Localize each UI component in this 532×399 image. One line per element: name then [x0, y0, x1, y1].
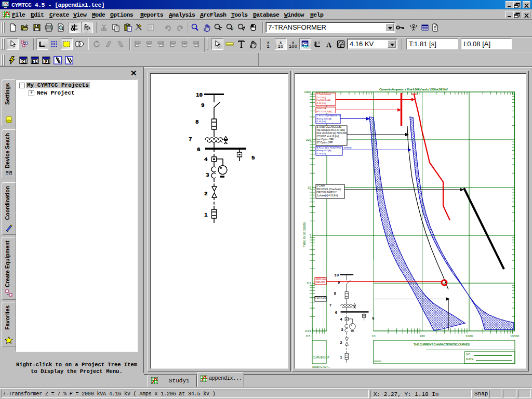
svg-text:Rating:40K [A]: Rating:40K [A] — [317, 117, 331, 120]
svg-text:3-Relay GEC MCGG81: 3-Relay GEC MCGG81 — [317, 126, 342, 128]
svg-text:Rating:10T [A]: Rating:10T [A] — [317, 149, 331, 152]
svg-text:C: C — [22, 60, 25, 64]
svg-text:2000 kVA: 2000 kVA — [316, 278, 327, 281]
svg-text:4.16 [kV]: 4.16 [kV] — [317, 120, 326, 123]
svg-text:1-Fuse K5(KEARNEY)K: 1-Fuse K5(KEARNEY)K — [317, 114, 341, 117]
svg-text:10: 10 — [372, 334, 376, 338]
svg-text:4.16 [kV]: 4.16 [kV] — [317, 152, 326, 155]
svg-text:rL: rL — [32, 60, 37, 64]
svg-text:2-Cable: 2-Cable — [317, 184, 326, 187]
svg-text:100: 100 — [306, 138, 312, 141]
svg-text:Pick Up=0.600 [A] TD=0.600: Pick Up=0.600 [A] TD=0.600 — [317, 132, 348, 135]
svg-text:10: 10 — [278, 44, 284, 48]
svg-text:Current in Amperes: x 10 at 4: Current in Amperes: x 10 at 4.16 kV and … — [379, 87, 448, 91]
svg-text:4.16 [kV]: 4.16 [kV] — [317, 102, 326, 104]
svg-text:2000 kVA: 2000 kVA — [317, 107, 327, 110]
svg-text:1: 1 — [267, 44, 269, 48]
svg-text:1: 1 — [310, 233, 312, 237]
svg-text:P: P — [45, 60, 48, 64]
svg-text:P=2000 [kVA]: P=2000 [kVA] — [317, 99, 331, 101]
svg-text:7-Transformer: 7-Transformer — [317, 93, 331, 96]
svg-text:0.5: 0.5 — [306, 334, 311, 338]
svg-text:1 phase[s] 4.16 [kV]: 1 phase[s] 4.16 [kV] — [317, 194, 338, 197]
svg-text:x: x — [318, 41, 320, 44]
svg-text:1000: 1000 — [466, 334, 473, 338]
svg-text:100: 100 — [289, 44, 297, 48]
svg-text:o: o — [232, 26, 234, 30]
svg-text:10000: 10000 — [510, 334, 520, 338]
svg-text:CURVES OF: CURVES OF — [313, 356, 330, 359]
svg-text:Study:C:\CY...: Study:C:\CY... — [312, 365, 330, 368]
svg-text:FLA x 1.6: FLA x 1.6 — [316, 297, 326, 299]
svg-text:8-Fuse S&C POSITROL T-SPEED: 8-Fuse S&C POSITROL T-SPEED — [317, 147, 352, 149]
svg-text:Z=7.00 []: Z=7.00 [] — [317, 96, 326, 99]
svg-text:0.1: 0.1 — [307, 281, 311, 285]
svg-text:10: 10 — [308, 185, 311, 189]
svg-text:0.01: 0.01 — [305, 329, 312, 332]
svg-text:CT:600/5 at 4.16 [kV]: CT:600/5 at 4.16 [kV] — [317, 135, 339, 138]
svg-text:FLC=277.6 [A]: FLC=277.6 [A] — [317, 110, 331, 113]
svg-text:INRUSH: INRUSH — [316, 281, 325, 284]
svg-text:ST Option:OFF: ST Option:OFF — [317, 141, 333, 144]
svg-text:THE CURRENT CHARACTERISTIC CUR: THE CURRENT CHARACTERISTIC CURVES — [414, 343, 470, 346]
svg-text:100: 100 — [419, 334, 425, 338]
svg-text:Inst Option:OFF: Inst Option:OFF — [317, 138, 334, 141]
svg-text:NO:: NO: — [466, 353, 471, 356]
svg-text:500 KCMIL (Overhead): 500 KCMIL (Overhead) — [317, 188, 342, 191]
svg-text:Time in Seconds: Time in Seconds — [302, 222, 306, 247]
svg-text:Tap Range(0.05-2.4)[Taps]: Tap Range(0.05-2.4)[Taps] — [317, 129, 345, 131]
svg-text:CROSSLINKPOLY.: CROSSLINKPOLY. — [317, 191, 337, 194]
svg-text:1000: 1000 — [304, 90, 311, 94]
svg-text:DATE:: DATE: — [466, 357, 474, 361]
